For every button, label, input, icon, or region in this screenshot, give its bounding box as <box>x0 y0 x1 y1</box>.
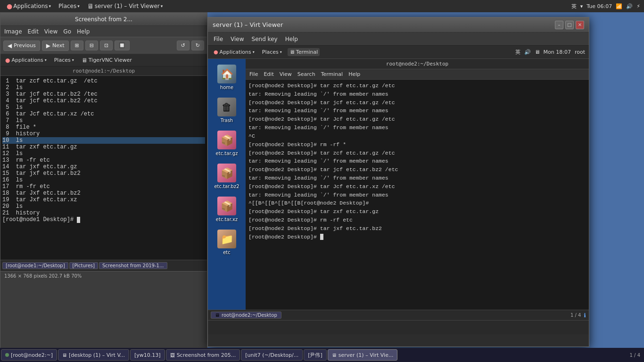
tool-btn-5[interactable]: ⊡ <box>100 41 113 50</box>
tiger-vnc-item[interactable]: 🖥 TigerVNC Viewer <box>79 56 135 65</box>
desktop-icon-etc-dir[interactable]: 📁 etc <box>210 228 243 257</box>
terminal-line: 1 tar zcf etc.tar.gz /etc <box>2 78 205 84</box>
task-dot <box>5 353 9 357</box>
guest-menu-help[interactable]: Help <box>348 71 360 77</box>
virt-chevron-icon: ▾ <box>161 4 163 8</box>
guest-bottom-right: 1 / 4 ℹ <box>570 312 586 319</box>
terminal-line: 13 rm -fr etc <box>2 157 205 164</box>
taskbar-unit7[interactable]: [unit7 (~/Desktop/... <box>241 349 303 361</box>
inner-apps-chevron: ▾ <box>45 58 47 62</box>
terminal-line: 5 ls <box>2 104 205 111</box>
inner-task-screenshot[interactable]: Screenshot from 2019-1... <box>99 262 167 269</box>
guest-menu-terminal[interactable]: Terminal <box>321 71 343 77</box>
taskbar-yw10[interactable]: [yw10.13] <box>130 349 165 361</box>
terminal-lines: 1 tar zcf etc.tar.gz /etc 2 ls 3 tar jcf… <box>2 78 205 223</box>
virt-title: server (1) – Virt Viewer <box>213 21 283 28</box>
guest-places-chevron: ▾ <box>280 50 282 54</box>
task-screenshot-label: Screenshot from 205... <box>177 352 236 358</box>
taskbar-yinwei[interactable]: [尹伟] <box>304 349 327 361</box>
applications-label: Applications <box>13 3 48 9</box>
inner-places-chevron: ▾ <box>72 58 74 62</box>
desktop-icon-etc-gz[interactable]: 📦 etc.tar.gz <box>210 129 243 158</box>
guest-menu-view[interactable]: View <box>280 71 292 77</box>
terminal-line: 15 tar jxf etc.tar.bz2 <box>2 170 205 177</box>
etc-bz2-label: etc.tar.bz2 <box>214 184 239 189</box>
input-method-label[interactable]: 英 <box>571 3 577 10</box>
taskbar-node2[interactable]: [root@node2:~] <box>1 349 57 361</box>
terminal-line: 7 ls <box>2 117 205 124</box>
screenshot-menubar: Image Edit View Go Help <box>0 26 207 37</box>
places-label: Places <box>58 3 76 9</box>
inner-task-pictures[interactable]: [Pictures] <box>69 262 98 269</box>
tool-btn-6[interactable]: 🔲 <box>115 41 130 50</box>
inner-places-menu[interactable]: Places ▾ <box>51 56 77 64</box>
guest-terminal-line: [root@node2 Desktop]# tar zcf etc.tar.gz… <box>248 149 586 157</box>
terminal-line: 17 rm -fr etc <box>2 183 205 190</box>
screenshot-toolbar: ◀ Previous ▶ Next ⊞ ⊟ ⊡ 🔲 ↺ ↻ <box>0 37 207 54</box>
guest-apps-chevron: ▾ <box>253 50 255 54</box>
rotate-right-button[interactable]: ↻ <box>191 41 204 50</box>
desktop-icon-trash[interactable]: 🗑 Trash <box>210 96 243 125</box>
menu-edit[interactable]: Edit <box>28 28 39 35</box>
rotate-left-button[interactable]: ↺ <box>177 41 190 50</box>
terminal-line: 14 tar jxf etc.tar.gz <box>2 164 205 170</box>
guest-terminal-line: [root@node2 Desktop]# <box>248 233 586 241</box>
guest-terminal-title: root@node2:~/Desktop <box>386 61 448 67</box>
guest-topbar: ● Applications ▾ Places ▾ 🖥 Terminal 英 🔊… <box>208 46 589 59</box>
tool5-icon: ⊡ <box>104 42 108 49</box>
guest-menu-search[interactable]: Search <box>297 71 315 77</box>
tool-btn-3[interactable]: ⊞ <box>71 41 83 50</box>
menu-go[interactable]: Go <box>63 28 71 35</box>
close-button[interactable]: ✕ <box>576 21 584 29</box>
trash-icon: 🗑 <box>217 98 236 116</box>
guest-terminal-window: root@node2:~/Desktop File Edit View Sear… <box>246 59 589 310</box>
tool6-icon: 🔲 <box>119 42 125 49</box>
guest-apps-menu[interactable]: ● Applications ▾ <box>212 48 256 56</box>
etc-gz-icon: 📦 <box>217 131 236 149</box>
virt-viewer-menu[interactable]: 🖥 server (1) – Virt Viewer ▾ <box>84 1 165 11</box>
guest-terminal-menu[interactable]: 🖥 Terminal <box>288 48 320 56</box>
inner-apps-menu[interactable]: ● Applications ▾ <box>2 56 50 65</box>
guest-places-menu[interactable]: Places ▾ <box>260 48 284 56</box>
menu-image[interactable]: Image <box>4 28 22 35</box>
next-button[interactable]: ▶ Next <box>42 41 69 51</box>
guest-places-label: Places <box>262 49 279 55</box>
places-menu[interactable]: Places ▾ <box>56 2 83 10</box>
virt-titlebar: server (1) – Virt Viewer – □ ✕ <box>208 17 589 33</box>
next-icon: ▶ <box>46 42 50 49</box>
menu-help[interactable]: Help <box>77 28 90 35</box>
guest-info-icon[interactable]: ℹ <box>584 312 586 319</box>
screenshot-window: Screenshot from 2... Image Edit View Go … <box>0 12 207 352</box>
guest-menu-file[interactable]: File <box>249 71 258 77</box>
guest-terminal-line: [root@node2 Desktop]# rm -rf etc <box>248 216 586 224</box>
taskbar-desktop1[interactable]: 🖥 [desktop (1) – Virt V... <box>58 349 129 361</box>
guest-menu-edit[interactable]: Edit <box>264 71 273 77</box>
taskbar-screenshot[interactable]: 🖼 Screenshot from 205... <box>166 349 240 361</box>
task-screenshot-label: Screenshot from 2019-1... <box>102 263 164 268</box>
node1-title-text: root@node1:~/Desktop <box>73 68 135 74</box>
virt-menu-file[interactable]: File <box>214 36 223 42</box>
taskbar-server1[interactable]: 🖥 server (1) – Virt Vie... <box>328 349 398 361</box>
desktop-icon-home[interactable]: 🏠 home <box>210 63 243 92</box>
virt-menu-sendkey[interactable]: Send key <box>252 36 278 42</box>
inner-places-label: Places <box>54 57 71 63</box>
guest-input-method[interactable]: 英 <box>515 49 520 56</box>
virt-menu-help[interactable]: Help <box>285 36 298 42</box>
applications-menu[interactable]: ● Applications ▾ <box>4 1 54 11</box>
desktop-icon-etc-bz2[interactable]: 📦 etc.tar.bz2 <box>210 162 243 191</box>
next-label: Next <box>52 42 65 49</box>
task-desktop1-label: [desktop (1) – Virt V... <box>69 352 125 358</box>
guest-taskbar-item[interactable]: 🖥 root@node2:~/Desktop <box>211 312 281 319</box>
inner-task-node1[interactable]: [root@node1:~/Desktop] <box>2 262 68 269</box>
minimize-button[interactable]: – <box>555 21 563 29</box>
virt-menu-view[interactable]: View <box>231 36 244 42</box>
menu-view[interactable]: View <box>44 28 58 35</box>
maximize-button[interactable]: □ <box>565 21 574 29</box>
etc-xz-icon: 📦 <box>217 197 236 215</box>
apps-chevron-icon: ▾ <box>49 4 51 8</box>
previous-button[interactable]: ◀ Previous <box>3 41 40 51</box>
desktop-icon-etc-xz[interactable]: 📦 etc.tar.xz <box>210 195 243 224</box>
tool-btn-4[interactable]: ⊟ <box>85 41 98 50</box>
top-system-bar: ● Applications ▾ Places ▾ 🖥 server (1) –… <box>0 0 644 12</box>
taskbar-page-count: 1 / 4 <box>630 353 640 358</box>
